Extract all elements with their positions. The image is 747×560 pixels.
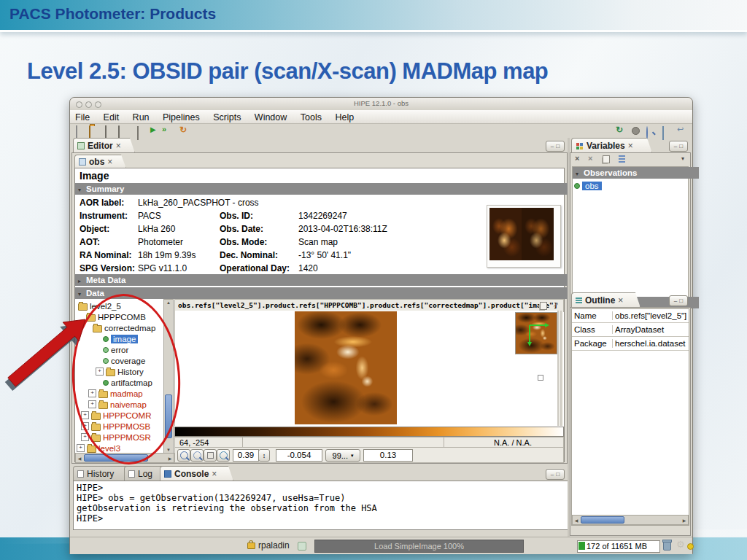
tab-obs[interactable]: obs × [74,155,126,168]
menu-item-tools[interactable]: Tools [295,111,327,122]
obs-tab-icon [79,158,86,166]
run-icon[interactable]: ▶ [150,125,156,133]
window-titlebar[interactable]: HIPE 12.1.0 - obs [70,98,692,111]
menu-item-file[interactable]: File [70,111,95,122]
scroll-left-icon[interactable]: ◀ [77,456,82,461]
data-section-header[interactable]: ▾ Data [75,287,573,299]
actual-size-icon[interactable] [204,449,217,462]
menu-item-edit[interactable]: Edit [98,111,125,122]
minimize-icon[interactable]: – [674,143,677,149]
tree-item-history[interactable]: +History [75,366,173,377]
tree-hscrollbar[interactable]: ◀ ▶ [75,453,174,463]
maximize-icon[interactable]: □ [556,471,560,478]
detach-icon[interactable]: ↗ [553,300,559,308]
minimize-icon[interactable]: – [674,298,677,304]
tree-item-hpppmosr[interactable]: +HPPPMOSR [75,432,173,443]
close-icon[interactable]: × [618,295,623,306]
recycle-icon[interactable]: ↻ [616,125,623,135]
menu-item-help[interactable]: Help [330,111,359,122]
intensity-colorbar[interactable] [174,427,564,437]
close-icon[interactable]: × [212,469,217,479]
copy-variable-icon[interactable] [603,155,610,163]
tree-item-coverage[interactable]: coverage [75,355,173,366]
variables-minmax[interactable]: – □ [669,141,688,152]
close-icon[interactable]: × [116,141,121,151]
tab-editor[interactable]: Editor × [73,138,135,153]
tab-console[interactable]: Console × [160,466,233,481]
scrollbar-thumb[interactable] [581,516,624,524]
tree-item-naivemap[interactable]: +naivemap [75,399,173,410]
tree-item-correctedmap[interactable]: correctedmap [75,322,173,333]
list-view-icon[interactable] [619,155,625,163]
maximize-icon[interactable]: □ [679,298,683,304]
delete-variable-icon[interactable]: × [575,154,579,163]
tree-item-hpppmosb[interactable]: +HPPPMOSB [75,421,173,432]
username: rpaladin [258,540,290,551]
run-all-icon[interactable]: » [162,125,166,133]
outline-minmax[interactable]: – □ [669,295,688,306]
garbage-collect-icon[interactable] [663,541,671,551]
tab-variables[interactable]: Variables × [571,138,652,153]
tree-item-artifactmap[interactable]: artifactmap [75,377,173,388]
close-icon[interactable]: × [628,141,633,151]
summary-section-header[interactable]: ▾ Summary [75,183,573,195]
menu-item-run[interactable]: Run [128,111,155,122]
tree-item-hpppcomr[interactable]: +HPPPCOMR [75,410,173,421]
scroll-right-icon[interactable]: ▶ [168,456,172,461]
zoom-factor-field[interactable]: 0.39 [233,449,259,462]
tree-vscrollbar[interactable]: ▲ ▼ [163,299,174,454]
menu-item-scripts[interactable]: Scripts [208,111,246,122]
outline-row[interactable]: Name obs.refs["level2_5"] [572,309,689,323]
memory-indicator[interactable]: 172 of 11651 MB [577,540,660,553]
scrollbar-thumb[interactable] [165,394,172,438]
scroll-left-icon[interactable]: ◀ [574,518,578,523]
madmap-image[interactable] [295,311,397,424]
tree-item-madmap[interactable]: +madmap [75,388,173,399]
close-icon[interactable]: × [107,157,112,167]
stepper-icon[interactable]: ↕ [258,449,270,462]
tree-item-error[interactable]: error [75,344,173,355]
editor-minmax[interactable]: – □ [546,141,565,152]
summary-value: 18h 19m 9.39s [138,250,196,260]
menu-item-pipelines[interactable]: Pipelines [158,111,205,122]
outline-row[interactable]: Class ArrayDataset [572,323,689,337]
zoom-in-icon[interactable] [177,449,190,462]
scroll-up-icon[interactable]: ▲ [164,300,173,305]
outline-hscrollbar[interactable]: ◀ ▶ [572,515,689,525]
reset-session-icon[interactable]: ↻ [179,125,187,135]
menu-item-window[interactable]: Window [249,111,292,122]
chevron-down-icon[interactable]: ▾ [681,155,684,162]
console-minmax[interactable]: – □ [546,469,565,480]
lock-icon [247,540,255,549]
variable-obs[interactable]: obs [574,180,602,191]
observations-header[interactable]: ▾ Observations [573,167,699,179]
minimize-icon[interactable]: – [551,143,554,149]
delete-all-variables-icon[interactable]: × [588,154,592,163]
cut-min-field[interactable]: -0.054 [276,449,322,462]
scroll-down-icon[interactable]: ▼ [164,448,173,452]
metadata-section-header[interactable]: ▸ Meta Data [75,274,573,286]
tree-item-hpppcomb[interactable]: HPPPCOMB [75,311,173,322]
tree-item-level3[interactable]: +level3 [75,443,173,454]
copy-icon[interactable] [540,302,547,310]
cut-max-field[interactable]: 0.13 [363,449,413,462]
percent-dropdown[interactable]: 99... ▾ [325,449,360,462]
zoom-out-icon[interactable] [190,449,204,462]
viewer-canvas[interactable] [174,311,563,426]
scrollbar-thumb[interactable] [84,454,148,462]
tab-outline[interactable]: Outline × [571,292,640,308]
scroll-right-icon[interactable]: ▶ [682,518,686,523]
gear-icon[interactable]: ⚙ [676,539,685,550]
undo-icon[interactable]: ↩ [677,125,684,134]
minimize-icon[interactable]: – [551,471,554,478]
console-output[interactable]: HIPE> HIPE> obs = getObservation(1342269… [73,481,579,530]
zoom-fit-icon[interactable] [217,449,230,462]
navigator-thumbnail[interactable] [515,312,557,354]
maximize-icon[interactable]: □ [679,143,683,149]
viewer-side-scroll[interactable] [557,311,563,426]
globe-gray-icon[interactable] [632,127,640,135]
tree-item-image[interactable]: image [75,333,173,344]
outline-row[interactable]: Package herschel.ia.dataset [572,337,689,351]
tree-item-level2_5[interactable]: level2_5 [75,300,173,311]
maximize-icon[interactable]: □ [556,143,560,149]
